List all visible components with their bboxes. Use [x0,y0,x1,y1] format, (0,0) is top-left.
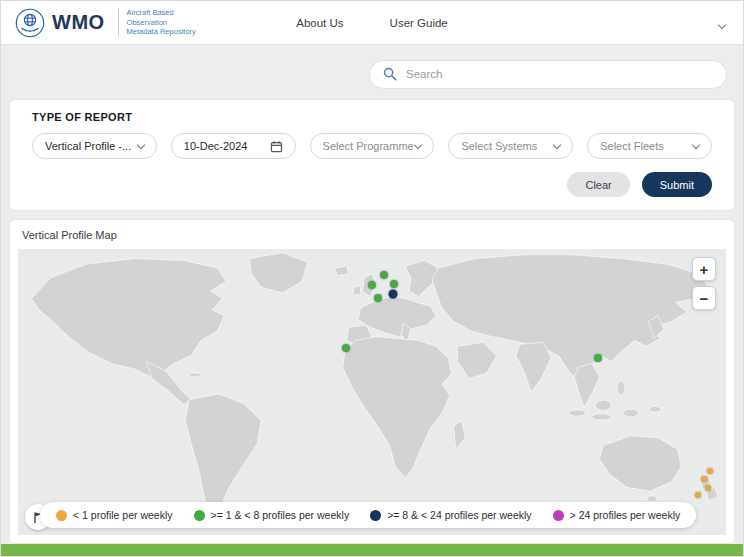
chevron-down-icon [718,20,726,28]
content: TYPE OF REPORT Vertical Profile -... 10-… [1,45,743,544]
programme-placeholder: Select Programme [323,140,414,152]
brand-name: WMO [52,11,105,34]
map-marker[interactable] [707,468,713,474]
search-icon [383,67,397,81]
chevron-down-icon [692,141,700,149]
header-menu-toggle[interactable] [715,10,729,36]
fleets-placeholder: Select Fleets [600,140,664,152]
clear-button[interactable]: Clear [567,172,629,197]
map-marker[interactable] [368,281,376,289]
legend-label: < 1 profile per weekly [73,509,173,521]
brand[interactable]: WMO Aircraft Based Observation Metadata … [15,8,196,38]
report-buttons: Clear Submit [32,172,712,197]
zoom-in-button[interactable]: + [692,257,716,281]
search-row [9,57,735,91]
report-panel: TYPE OF REPORT Vertical Profile -... 10-… [9,99,735,211]
chevron-down-icon [414,141,422,149]
legend-dot [553,510,564,521]
wmo-logo [15,8,45,38]
chevron-down-icon [137,141,145,149]
map-marker[interactable] [705,485,711,491]
search-input[interactable] [406,68,713,80]
legend-label: >= 1 & < 8 profiles per weekly [211,509,350,521]
map-marker[interactable] [388,290,397,299]
header: WMO Aircraft Based Observation Metadata … [1,1,743,45]
page: WMO Aircraft Based Observation Metadata … [0,0,744,557]
main-nav: About Us User Guide [296,17,447,29]
brand-tagline: Aircraft Based Observation Metadata Repo… [118,8,196,37]
map-legend: < 1 profile per weekly >= 1 & < 8 profil… [40,502,696,528]
legend-dot [370,510,381,521]
map-zoom-control: + − [692,257,716,310]
map-markers-layer [18,249,726,535]
nav-user-guide[interactable]: User Guide [390,17,448,29]
legend-item: < 1 profile per weekly [56,509,173,521]
brand-tagline-line: Metadata Repository [127,27,196,37]
map-marker[interactable] [374,294,382,302]
map-marker[interactable] [594,354,602,362]
legend-dot [194,510,205,521]
legend-item: >= 1 & < 8 profiles per weekly [194,509,350,521]
footer-bar [1,544,743,556]
date-picker[interactable]: 10-Dec-2024 [171,133,296,159]
brand-tagline-line: Observation [127,18,196,28]
programme-select[interactable]: Select Programme [310,133,435,159]
fleets-select[interactable]: Select Fleets [587,133,712,159]
calendar-icon [270,140,283,153]
report-panel-title: TYPE OF REPORT [32,111,712,123]
map-marker[interactable] [701,476,707,482]
search-box[interactable] [369,60,727,89]
map-marker[interactable] [380,271,388,279]
map-marker[interactable] [695,492,701,498]
map-panel: Vertical Profile Map [9,219,735,544]
nav-about-us[interactable]: About Us [296,17,343,29]
legend-label: >= 8 & < 24 profiles per weekly [387,509,531,521]
date-value: 10-Dec-2024 [184,140,248,152]
legend-item: >= 8 & < 24 profiles per weekly [370,509,531,521]
brand-tagline-line: Aircraft Based [127,8,196,18]
map-marker[interactable] [390,280,398,288]
map-title: Vertical Profile Map [18,228,726,249]
report-type-select[interactable]: Vertical Profile -... [32,133,157,159]
systems-placeholder: Select Systems [461,140,537,152]
submit-button[interactable]: Submit [642,172,712,197]
legend-item: > 24 profiles per weekly [553,509,681,521]
zoom-out-button[interactable]: − [692,286,716,310]
report-controls: Vertical Profile -... 10-Dec-2024 Select… [32,133,712,159]
report-type-value: Vertical Profile -... [45,140,131,152]
chevron-down-icon [553,141,561,149]
legend-label: > 24 profiles per weekly [570,509,681,521]
legend-dot [56,510,67,521]
map-marker[interactable] [342,344,350,352]
map[interactable]: + − Leaflet < 1 profile per weekly [18,249,726,535]
systems-select[interactable]: Select Systems [448,133,573,159]
